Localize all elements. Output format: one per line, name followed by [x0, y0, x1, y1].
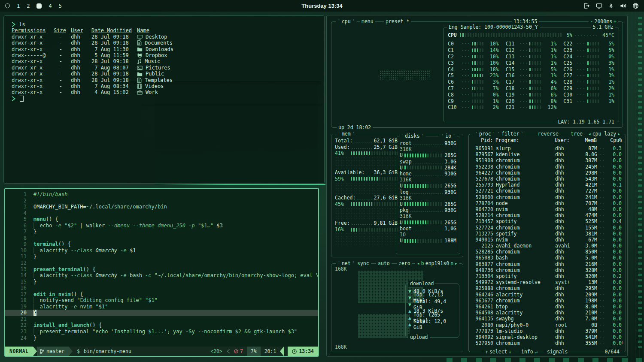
- net-sync-button[interactable]: sync: [355, 260, 371, 267]
- process-row[interactable]: 2125avahi-daemonavahi3.0M0.0: [473, 243, 622, 249]
- code-line[interactable]: 11}: [5, 253, 318, 260]
- code-line[interactable]: 20}: [5, 310, 318, 316]
- code-line[interactable]: 16: [5, 285, 318, 291]
- process-row[interactable]: 949015nvimdhh67M0.0: [473, 237, 622, 243]
- clock-icon: [292, 349, 297, 354]
- process-row[interactable]: 964508alacrittydhh210M0.0: [473, 310, 622, 316]
- process-row[interactable]: 713457spotifydhh525M0.4: [473, 218, 622, 224]
- workspace-5[interactable]: 5: [59, 3, 62, 9]
- code-line[interactable]: 18▏ notify-send "Editing config file" "$…: [5, 297, 318, 304]
- code-line[interactable]: 4: [5, 210, 318, 217]
- process-row[interactable]: 527950chromiumdhh355M0.0: [473, 340, 622, 346]
- process-row[interactable]: 2080napi/phy0-0root0B0.0: [473, 322, 622, 328]
- neovim-window[interactable]: 1#!/bin/bash23OMARCHY_BIN_PATH=~/.local/…: [4, 188, 319, 357]
- proc-filter-button[interactable]: 'filter': [495, 131, 525, 137]
- code-line[interactable]: 9terminal() {: [5, 241, 318, 247]
- terminal-files-window[interactable]: ls PermissionsSizeUserDate ModifiedName …: [3, 15, 325, 184]
- process-row[interactable]: 255793Hyprlanddhh421M0.1: [473, 182, 622, 188]
- process-row[interactable]: 948736chromiumdhh328M0.0: [473, 267, 622, 273]
- file-name: Public: [146, 71, 164, 77]
- bluetooth-icon[interactable]: [608, 3, 614, 9]
- code-line[interactable]: 6▏ echo -e "$2" | walker --dmenu --theme…: [5, 223, 318, 229]
- git-branch[interactable]: master: [37, 347, 69, 356]
- net-zero-button[interactable]: zero: [397, 260, 412, 267]
- net-auto-button[interactable]: auto: [376, 260, 392, 267]
- process-row[interactable]: 964261btopdhh8.0M0.0: [473, 304, 622, 310]
- process-row[interactable]: 777873lm-studiodhh379M0.0: [473, 328, 622, 334]
- process-row[interactable]: 925888chromiumdhh295M0.0: [473, 285, 622, 291]
- code-line[interactable]: 1#!/bin/bash: [5, 191, 318, 198]
- code-line[interactable]: 7}: [5, 229, 318, 235]
- workspace-active-indicator[interactable]: [36, 3, 42, 9]
- io-toggle[interactable]: 'io': [439, 133, 457, 139]
- code-line[interactable]: 13present_terminal() {: [5, 266, 318, 273]
- logout-icon[interactable]: [583, 3, 590, 9]
- code-line[interactable]: 10▏ alacritty --class Omarchy -e $1: [5, 247, 318, 254]
- disk-row: root930G: [400, 140, 456, 146]
- btop-menu-button[interactable]: menu: [360, 18, 375, 25]
- process-row[interactable]: 528285chromiumdhh850M0.0: [473, 249, 622, 255]
- mem-panel-title: 'mem': [336, 131, 357, 137]
- net-interface-selector[interactable]: ◂b enp191s0 n▸: [415, 260, 459, 267]
- volume-icon[interactable]: [620, 3, 626, 9]
- workspace-indicator-icon[interactable]: [5, 3, 10, 8]
- process-row[interactable]: 964720nvimdhh48M0.0: [473, 206, 622, 212]
- process-row[interactable]: 713275spotifydhh381M0.0: [473, 231, 622, 237]
- code-line[interactable]: 2: [5, 198, 318, 204]
- btop-preset-button[interactable]: preset *: [384, 18, 411, 25]
- process-row[interactable]: 394092signal-desktopdhh541M0.0: [473, 334, 622, 340]
- workspace-2[interactable]: 2: [27, 3, 30, 9]
- process-row[interactable]: 527724chromiumdhh155M0.0: [473, 224, 622, 230]
- process-row[interactable]: 965091slurpdhh87M0.3: [473, 145, 622, 151]
- btop-window[interactable]: 'cpu' menu preset * 13:34:55 -2000ms+ up…: [326, 15, 628, 357]
- process-row[interactable]: 964227chromiumdhh298M0.0: [473, 170, 622, 176]
- code-line[interactable]: 24}: [5, 335, 318, 341]
- code-line[interactable]: 8: [5, 235, 318, 241]
- proc-tree-button[interactable]: tree: [569, 131, 584, 137]
- process-row[interactable]: 713304spotifydhh320M0.2: [473, 273, 622, 279]
- process-row[interactable]: 952238chromiumdhh245M0.0: [473, 164, 622, 170]
- display-icon[interactable]: [596, 3, 602, 9]
- file-name: Downloads: [146, 46, 173, 52]
- file-name: Dropbox: [146, 52, 167, 58]
- process-row[interactable]: 879567kdenlivedhh8.0G0.0: [473, 151, 622, 157]
- disks-title: 'disks': [399, 133, 426, 139]
- ls-header: Permissions: [12, 27, 49, 33]
- code-line[interactable]: 21: [5, 316, 318, 323]
- process-row[interactable]: 778704nodedhh707M0.0: [473, 200, 622, 206]
- globe-icon[interactable]: [632, 3, 639, 9]
- code-line[interactable]: 23▏ present_terminal "echo 'Installing $…: [5, 329, 318, 335]
- process-row[interactable]: 528214chromiumdhh474M0.0: [473, 212, 622, 218]
- proc-reverse-button[interactable]: reverse: [536, 131, 560, 137]
- pictures-icon: [137, 66, 143, 70]
- process-row[interactable]: 964135swaybgdhh7.0M0.0: [473, 316, 622, 322]
- code-line[interactable]: 14▏ alacritty --class Omarchy -e bash -c…: [5, 272, 318, 279]
- process-row[interactable]: 528600chromiumdhh241M0.0: [473, 194, 622, 200]
- code-line[interactable]: 3OMARCHY_BIN_PATH=~/.local/share/omarchy…: [5, 204, 318, 210]
- code-line[interactable]: 22install_and_launch() {: [5, 322, 318, 329]
- code-line[interactable]: 12: [5, 260, 318, 266]
- process-row[interactable]: 527678chromiumdhh543M0.0: [473, 176, 622, 182]
- code-area[interactable]: 1#!/bin/bash23OMARCHY_BIN_PATH=~/.local/…: [5, 191, 318, 347]
- code-line[interactable]: 5menu() {: [5, 216, 318, 223]
- cpu-core-row: C225%: [563, 41, 614, 47]
- process-row[interactable]: 527721chromiumdhh727M0.0: [473, 188, 622, 194]
- cpu-core-row: C80%: [448, 91, 499, 98]
- scroll-down-indicator[interactable]: ↓: [621, 339, 624, 345]
- process-row[interactable]: 549972systemd-resolvesyst+13M0.0: [473, 279, 622, 285]
- process-row[interactable]: 965083bashdhh5.0M0.0: [473, 255, 622, 261]
- process-row[interactable]: 951908chromiumdhh387M0.0: [473, 157, 622, 163]
- code-line[interactable]: 17edit_in_nvim() {: [5, 291, 318, 298]
- proc-sort-selector[interactable]: ◂cpu lazy▸: [586, 131, 622, 137]
- terminal-cursor: [20, 96, 24, 102]
- process-row[interactable]: 963877chromiumdhh216M0.0: [473, 261, 622, 267]
- workspace-1[interactable]: 1: [17, 3, 20, 9]
- workspace-4[interactable]: 4: [49, 3, 52, 9]
- disk-row: pkg930G: [400, 207, 456, 213]
- process-row[interactable]: 964246alacrittydhh209M0.0: [473, 292, 622, 298]
- line-number: 15: [5, 279, 33, 285]
- code-line[interactable]: 15}: [5, 279, 318, 285]
- process-row[interactable]: 963677chromiumdhh198M0.0: [473, 298, 622, 304]
- code-line[interactable]: 19▏ alacritty -e nvim "$1": [5, 304, 318, 310]
- cpu-core-row: C2112%: [506, 104, 557, 111]
